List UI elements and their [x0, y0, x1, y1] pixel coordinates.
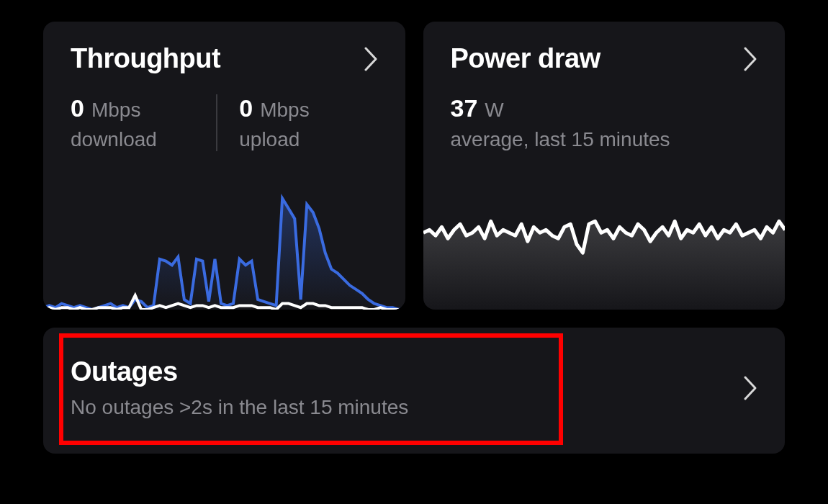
power-header: Power draw: [451, 43, 758, 74]
throughput-chart: [43, 187, 405, 310]
download-value: 0: [71, 94, 84, 122]
throughput-title: Throughput: [71, 43, 220, 74]
outages-card[interactable]: Outages No outages >2s in the last 15 mi…: [43, 328, 785, 454]
outages-title: Outages: [71, 356, 408, 387]
upload-stat: 0 Mbps upload: [216, 94, 377, 151]
power-value: 37: [451, 94, 478, 122]
upload-label: upload: [239, 128, 377, 151]
download-stat: 0 Mbps download: [71, 94, 209, 151]
outages-subtitle: No outages >2s in the last 15 minutes: [71, 396, 408, 419]
power-chart: [423, 187, 786, 310]
power-stats: 37 W average, last 15 minutes: [451, 94, 758, 151]
download-unit: Mbps: [91, 99, 140, 122]
outages-content: Outages No outages >2s in the last 15 mi…: [71, 356, 408, 419]
power-title: Power draw: [451, 43, 600, 74]
throughput-card[interactable]: Throughput 0 Mbps download 0 Mbps upload: [43, 22, 405, 310]
chevron-right-icon: [743, 46, 757, 72]
download-label: download: [71, 128, 209, 151]
power-stat: 37 W average, last 15 minutes: [451, 94, 758, 151]
throughput-header: Throughput: [71, 43, 378, 74]
power-card[interactable]: Power draw 37 W average, last 15 minutes: [423, 22, 786, 310]
power-label: average, last 15 minutes: [451, 128, 758, 151]
upload-unit: Mbps: [260, 99, 309, 122]
chevron-right-icon: [364, 46, 378, 72]
chevron-right-icon: [743, 375, 757, 401]
throughput-stats: 0 Mbps download 0 Mbps upload: [71, 94, 378, 151]
power-unit: W: [485, 99, 503, 122]
upload-value: 0: [239, 94, 253, 122]
